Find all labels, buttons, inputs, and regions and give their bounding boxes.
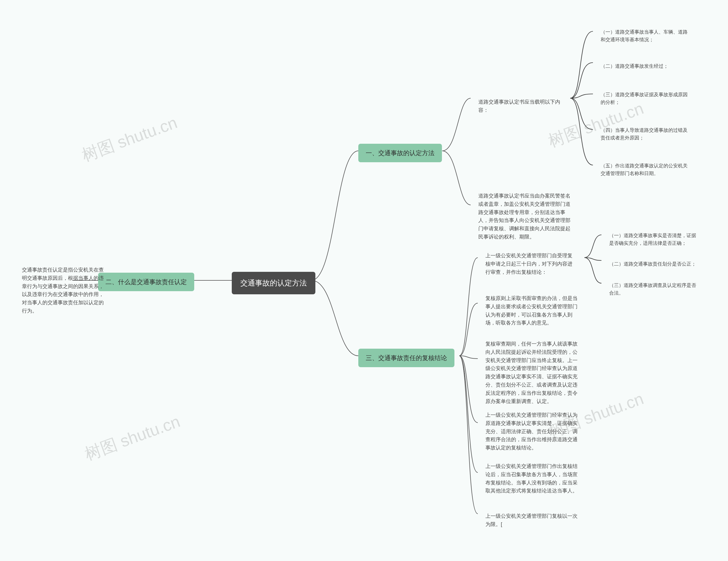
branch-2-desc: 交通事故责任认定是指公安机关在查明交通事故原因后，根据当事人的违章行为与交通事故… — [16, 262, 111, 319]
branch-1-sub1-item-1: （一）道路交通事故当事人、车辆、道路和交通环境等基本情况； — [594, 24, 697, 48]
branch-3-sub6: 上一级公安机关交通管理部门复核以一次为限。[ — [479, 508, 587, 533]
branch-1: 一、交通事故的认定方法 — [358, 144, 442, 162]
branch-3-sub1-item-3: （三）道路交通事故调查及认定程序是否合法。 — [603, 277, 705, 301]
branch-1-sub1-item-4: （四）当事人导致道路交通事故的过错及责任或者意外原因； — [594, 122, 697, 146]
branch-3-sub1-item-1: （一）道路交通事故事实是否清楚，证据是否确实充分，适用法律是否正确； — [603, 228, 705, 251]
branch-3-sub2: 复核原则上采取书面审查的办法，但是当事人提出要求或者公安机关交通管理部门认为有必… — [479, 290, 586, 331]
branch-3-sub5: 上一级公安机关交通管理部门作出复核结论后，应当召集事故各方当事人，当场宣布复核结… — [479, 458, 587, 499]
branch-3-sub4: 上一级公安机关交通管理部门经审查认为原道路交通事故认定事实清楚、证据确实充分、适… — [479, 407, 587, 456]
branch-1-sub1-item-5: （五）作出道路交通事故认定的公安机关交通管理部门名称和日期。 — [594, 158, 697, 181]
branch-3-sub1-item-2: （二）道路交通事故责任划分是否公正； — [603, 256, 702, 272]
branch-2: 二、什么是交通事故责任认定 — [98, 273, 194, 291]
branch-1-sub1-item-2: （二）道路交通事故发生经过； — [594, 58, 675, 74]
watermark: 树图 shutu.cn — [79, 112, 180, 166]
branch-1-sub1-item-3: （三）道路交通事故证据及事故形成原因的分析； — [594, 87, 697, 110]
branch-3-sub3: 复核审查期间，任何一方当事人就该事故向人民法院提起诉讼并经法院受理的，公安机关交… — [479, 336, 587, 409]
branch-1-sub1-lead: 道路交通事故认定书应当载明以下内容： — [472, 94, 570, 118]
watermark: 树图 shutu.cn — [82, 411, 183, 465]
root-node: 交通事故的认定方法 — [232, 272, 315, 294]
branch-1-sub2: 道路交通事故认定书应当由办案民警签名或者盖章，加盖公安机关交通管理部门道路交通事… — [472, 188, 577, 245]
branch-3: 三、交通事故责任的复核结论 — [358, 349, 454, 367]
branch-3-sub1-lead: 上一级公安机关交通管理部门自受理复核申请之日起三十日内，对下列内容进行审查，并作… — [479, 247, 583, 280]
